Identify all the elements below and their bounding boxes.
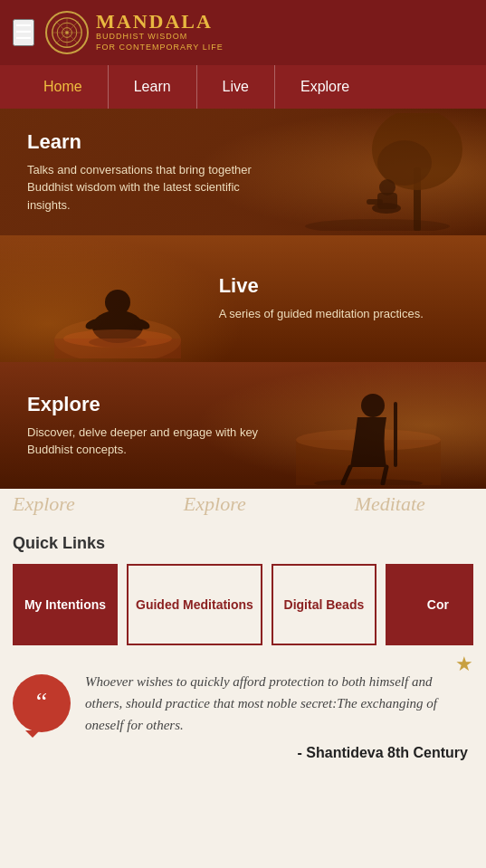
quick-link-intentions[interactable]: My Intentions <box>13 564 118 645</box>
quick-links-section: Quick Links My Intentions Guided Meditat… <box>0 520 486 653</box>
svg-point-13 <box>379 179 395 196</box>
watermark-3: Meditate <box>355 492 425 516</box>
nav-explore[interactable]: Explore <box>275 65 375 109</box>
banner-explore-text: Explore Discover, delve deeper and engag… <box>0 362 267 489</box>
learn-body: Talks and conversations that bring toget… <box>27 161 267 215</box>
nav-home[interactable]: Home <box>18 65 109 109</box>
svg-rect-27 <box>394 402 397 467</box>
banner-live[interactable]: Live A series of guided meditation pract… <box>0 235 486 362</box>
live-body: A series of guided meditation practices. <box>219 305 459 323</box>
quick-links-row: My Intentions Guided Meditations Digital… <box>13 564 473 645</box>
quick-links-title: Quick Links <box>13 534 473 553</box>
quick-link-digital-beads[interactable]: Digital Beads <box>272 564 376 645</box>
quick-link-cor[interactable]: Cor <box>386 564 473 645</box>
svg-point-10 <box>377 140 432 186</box>
logo-subtitle-line2: FOR CONTEMPORARY LIFE <box>96 43 224 53</box>
quick-link-guided-meditations[interactable]: Guided Meditations <box>127 564 262 645</box>
monk-illustration <box>296 367 441 489</box>
learn-heading: Learn <box>27 130 267 154</box>
quote-author: - Shantideva 8th Century <box>85 745 468 761</box>
meditation-illustration <box>54 241 181 362</box>
explore-body: Discover, delve deeper and engage with k… <box>27 424 267 459</box>
logo-icon <box>45 11 89 54</box>
logo-subtitle-line1: BUDDHIST WISDOM <box>96 32 224 43</box>
logo-text: MANDALA BUDDHIST WISDOM FOR CONTEMPORARY… <box>96 12 224 52</box>
watermark-row: Explore Explore Meditate <box>0 489 486 520</box>
svg-point-23 <box>63 329 172 348</box>
header: ☰ MANDALA BUDDHIST WISDOM FOR CONTEMPORA… <box>0 0 486 65</box>
hamburger-button[interactable]: ☰ <box>13 19 34 46</box>
star-rating: ★ <box>455 653 473 676</box>
quote-icon: “ <box>36 689 47 714</box>
banner-learn[interactable]: Learn Talks and conversations that bring… <box>0 109 486 235</box>
quote-bubble-icon: “ <box>13 674 71 732</box>
svg-rect-14 <box>367 199 383 205</box>
logo-title: MANDALA <box>96 12 224 32</box>
svg-point-15 <box>305 219 450 231</box>
watermark-1: Explore <box>13 492 75 516</box>
svg-point-26 <box>361 394 385 417</box>
live-heading: Live <box>219 274 459 298</box>
quote-content: Whoever wishes to quickly afford protect… <box>85 671 468 761</box>
quote-section: ★ “ Whoever wishes to quickly afford pro… <box>0 653 486 779</box>
quote-text: Whoever wishes to quickly afford protect… <box>85 671 468 736</box>
nav: Home Learn Live Explore <box>0 65 486 109</box>
explore-heading: Explore <box>27 393 267 416</box>
nav-learn[interactable]: Learn <box>109 65 197 109</box>
tree-person-illustration <box>287 109 468 235</box>
logo-area: MANDALA BUDDHIST WISDOM FOR CONTEMPORARY… <box>45 11 224 54</box>
watermark-2: Explore <box>184 492 246 516</box>
nav-live[interactable]: Live <box>197 65 275 109</box>
banner-explore[interactable]: Explore Discover, delve deeper and engag… <box>0 362 486 489</box>
banner-learn-text: Learn Talks and conversations that bring… <box>0 109 267 235</box>
banner-live-text: Live A series of guided meditation pract… <box>219 235 486 362</box>
